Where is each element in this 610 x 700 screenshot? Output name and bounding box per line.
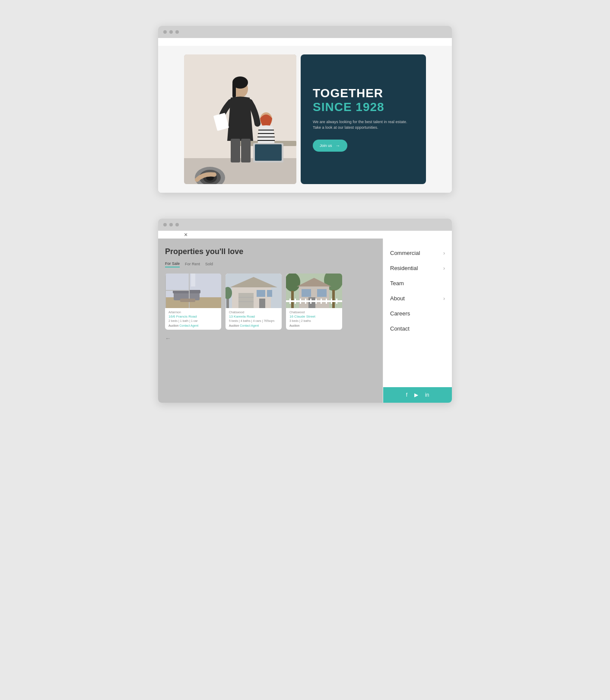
browser-chrome-1 [158,26,452,38]
browser-window-1: SHEAD ≡ [158,26,452,193]
menu-item-contact[interactable]: Contact [383,321,452,336]
browser-chrome-2 [158,219,452,231]
youtube-icon[interactable]: ▶ [414,392,418,398]
menu-footer: f ▶ in [383,387,452,403]
svg-rect-60 [331,299,332,304]
chevron-residential: › [443,265,445,271]
linkedin-icon[interactable]: in [425,392,429,398]
property-suburb-2: Chatswood [229,311,278,314]
svg-rect-55 [305,299,306,304]
menu-item-team[interactable]: Team [383,276,452,291]
svg-rect-5 [232,83,236,98]
menu-item-commercial[interactable]: Commercial › [383,245,452,261]
svg-rect-28 [180,299,195,302]
svg-rect-44 [291,291,294,308]
property-address-2: 13 Kareela Road [229,315,278,318]
svg-rect-51 [286,300,342,302]
property-card-2[interactable]: Chatswood 13 Kareela Road 5 beds | 4 bat… [226,274,282,330]
menu-label-careers: Careers [390,310,410,317]
property-card-3[interactable]: Chatswood 16 Claude Street 3 beds | 2 ba… [286,274,342,330]
property-svg-2 [226,274,282,308]
svg-rect-57 [315,299,317,304]
svg-rect-37 [267,290,272,297]
svg-rect-38 [259,299,265,308]
svg-rect-45 [332,290,335,308]
svg-rect-8 [241,139,251,162]
svg-rect-50 [308,297,315,308]
menu-label-about: About [390,295,405,302]
hero-image [184,54,296,184]
svg-rect-27 [165,290,190,291]
property-auction-1: Auction Contact Agent [168,324,218,327]
svg-rect-7 [231,139,240,162]
property-img-2 [226,274,282,308]
property-svg-1 [165,274,221,308]
dot-green-2 [175,223,179,226]
hero-subtitle: We are always looking for the best talen… [313,119,414,131]
svg-rect-15 [255,144,282,161]
svg-rect-61 [336,299,337,304]
dot-red-2 [163,223,167,226]
logo-1: SHEAD [158,39,182,45]
property-details-2: 5 beds | 4 baths | 4 cars | 765sqm [229,319,278,322]
svg-rect-58 [321,299,322,304]
filter-tab-sold[interactable]: Sold [205,262,213,267]
menu-label-team: Team [390,280,404,286]
join-us-button[interactable]: Join us → [313,140,347,152]
property-info-1: Artarmon 16/6 Francis Road 2 beds | 1 ba… [165,308,221,330]
menu-item-residential[interactable]: Residential › [383,261,452,276]
property-info-2: Chatswood 13 Kareela Road 5 beds | 4 bat… [226,308,282,330]
dot-red [163,30,167,34]
property-img-1 [165,274,221,308]
join-btn-arrow: → [336,143,340,148]
menu-item-careers[interactable]: Careers [383,306,452,321]
property-contact-1: Contact Agent [179,324,198,327]
side-menu: Commercial › Residential › Team About › … [383,239,452,403]
property-auction-2: Auction Contact Agent [229,324,278,327]
navbar-1: SHEAD ≡ [158,38,452,46]
svg-rect-48 [302,289,311,297]
hero-section: TOGETHER SINCE 1928 We are always lookin… [158,46,452,193]
facebook-icon[interactable]: f [406,392,407,398]
svg-rect-54 [300,299,301,304]
hero-svg [184,54,296,184]
svg-rect-53 [295,299,296,304]
chevron-about: › [443,296,445,302]
dot-yellow-2 [169,223,173,226]
join-btn-label: Join us [320,143,332,148]
menu-label-commercial: Commercial [390,250,420,256]
property-suburb-3: Chatswood [289,311,339,314]
window2-body: Properties you'll love For Sale For Rent… [158,239,452,403]
property-address-3: 16 Claude Street [289,315,339,318]
hero-title-accent: SINCE 1928 [313,100,414,114]
property-suburb-1: Artarmon [168,311,218,314]
svg-rect-33 [238,293,254,308]
property-card-1[interactable]: Artarmon 16/6 Francis Road 2 beds | 1 ba… [165,274,221,330]
menu-label-residential: Residential [390,265,418,271]
property-auction-3: Auction [289,324,339,327]
chevron-commercial: › [443,250,445,256]
browser-window-2: SHEAD × Properties you'll love For Sale … [158,219,452,403]
svg-rect-59 [326,299,327,304]
dot-yellow [169,30,173,34]
property-info-3: Chatswood 16 Claude Street 3 beds | 2 ba… [286,308,342,330]
close-menu-button[interactable]: × [184,231,187,238]
property-svg-3 [286,274,342,308]
navbar-2: SHEAD × [158,231,452,239]
hero-title-main: TOGETHER [313,87,414,100]
property-address-1: 16/6 Francis Road [168,315,218,318]
property-details-3: 3 beds | 2 baths [289,319,339,322]
menu-item-about[interactable]: About › [383,291,452,306]
svg-rect-52 [289,299,291,304]
property-contact-2: Contact Agent [240,324,259,327]
hamburger-icon[interactable]: ≡ [184,38,187,45]
filter-tab-for-sale[interactable]: For Sale [165,261,180,267]
dot-green [175,30,179,34]
svg-rect-56 [310,299,311,304]
hero-content-box: TOGETHER SINCE 1928 We are always lookin… [301,54,426,184]
property-img-3 [286,274,342,308]
property-details-1: 2 beds | 1 bath | 1 car [168,319,218,322]
logo-2: SHEAD [158,232,182,238]
svg-rect-29 [191,274,195,286]
filter-tab-for-rent[interactable]: For Rent [185,262,200,267]
